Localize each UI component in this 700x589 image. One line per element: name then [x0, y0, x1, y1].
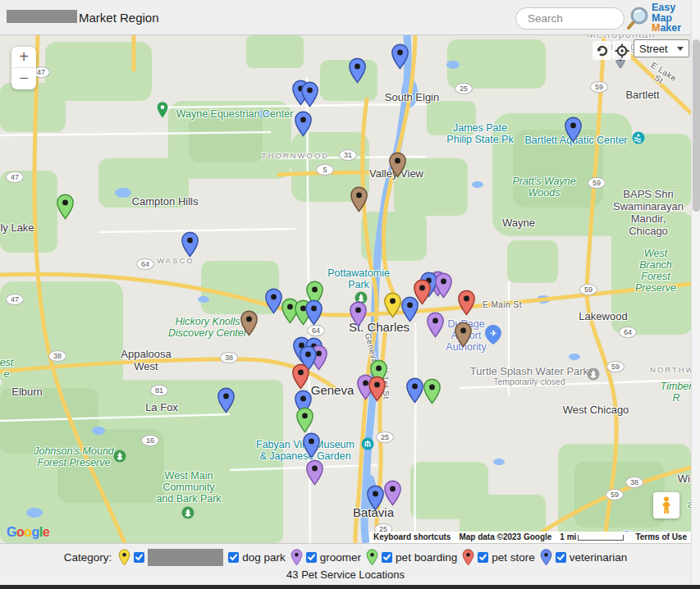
map-pin-blue[interactable] — [181, 231, 199, 261]
rotate-icon — [595, 43, 610, 58]
scale-control: 1 mi — [556, 532, 631, 543]
scrollbar-thumb[interactable] — [693, 39, 700, 212]
pegman-control[interactable] — [653, 492, 679, 518]
window-bottom-edge — [0, 585, 700, 589]
map-terrain — [0, 35, 691, 543]
map-pin-red[interactable] — [291, 363, 310, 393]
redacted-category-label — [148, 549, 223, 566]
category-legend: Category: dog parkgroomerpet boardingpet… — [0, 546, 691, 568]
search-icon[interactable] — [626, 5, 651, 34]
category-label: Category: — [64, 551, 112, 564]
map-pin-purple[interactable] — [349, 301, 368, 331]
yellow-pin-icon — [118, 549, 130, 566]
map-pin-blue[interactable] — [405, 377, 424, 407]
category-text-pet-store: pet store — [492, 551, 535, 564]
category-text-groomer: groomer — [320, 551, 361, 564]
map-pin-blue[interactable] — [217, 387, 236, 417]
location-count: 43 Pet Service Locations — [0, 568, 691, 581]
map-pin-blue[interactable] — [304, 299, 323, 329]
recenter-map-button[interactable] — [612, 41, 631, 60]
map-pin-red[interactable] — [457, 290, 476, 319]
map-pin-red[interactable] — [368, 376, 387, 405]
zoom-control: + − — [11, 47, 36, 89]
map-pin-brown[interactable] — [350, 186, 368, 216]
green-pin-icon — [366, 549, 378, 566]
map-pin-blue[interactable] — [300, 81, 319, 111]
map-type-value: Street — [639, 43, 668, 55]
map-pin-purple[interactable] — [383, 480, 402, 509]
terms-of-use-link[interactable]: Terms of Use — [631, 532, 691, 543]
category-item-pet-store: pet store — [462, 549, 535, 566]
category-text-dog-park: dog park — [242, 551, 286, 564]
footer: Category: dog parkgroomerpet boardingpet… — [0, 543, 691, 585]
map-pin-blue[interactable] — [366, 485, 385, 514]
map-pin-purple[interactable] — [434, 272, 453, 302]
category-text-pet-boarding: pet boarding — [396, 551, 457, 564]
target-icon — [615, 43, 629, 58]
map-pin-green[interactable] — [56, 194, 75, 223]
map-data-credit: Map data ©2023 Google — [455, 532, 556, 543]
zoom-in-button[interactable]: + — [11, 47, 36, 68]
category-text-veterinarian: veterinarian — [570, 551, 628, 564]
redacted-map-name — [7, 10, 77, 23]
map-pin-brown[interactable] — [454, 322, 473, 351]
rotate-map-button[interactable] — [592, 41, 611, 60]
easy-map-maker-app: Market Region Easy Map Maker — [0, 0, 700, 589]
map-type-select[interactable]: Street — [634, 39, 689, 57]
category-item-veterinarian: veterinarian — [540, 549, 628, 566]
page-title: Market Region — [79, 11, 159, 25]
easy-map-maker-logo[interactable]: Easy Map Maker — [652, 2, 681, 34]
map-pin-yellow[interactable] — [383, 292, 402, 322]
zoom-out-button[interactable]: − — [11, 68, 36, 89]
map-attribution: Keyboard shortcuts Map data ©2023 Google… — [369, 532, 691, 543]
purple-pin-icon — [291, 549, 303, 566]
logo-line-3: Maker — [652, 23, 681, 34]
category-checkbox-veterinarian[interactable] — [556, 552, 566, 563]
header: Market Region Easy Map Maker — [0, 0, 691, 35]
keyboard-shortcuts-button[interactable]: Keyboard shortcuts — [369, 532, 455, 543]
map-canvas[interactable]: Metropolitan ChicagoE Lake StSouth Elgin… — [0, 35, 691, 543]
logo-line-1: Easy — [652, 2, 681, 13]
pegman-icon — [660, 496, 673, 514]
map-pin-blue[interactable] — [302, 432, 321, 462]
scale-label: 1 mi — [560, 532, 576, 543]
map-pin-purple[interactable] — [426, 312, 445, 341]
map-pin-blue[interactable] — [564, 116, 583, 146]
map-pin-green[interactable] — [423, 378, 442, 408]
chevron-down-icon — [677, 47, 684, 51]
category-item-dog-park: dog park — [228, 551, 286, 564]
category-checkbox-groomer[interactable] — [306, 552, 317, 563]
category-checkbox-dog-park[interactable] — [228, 552, 239, 563]
category-item-redacted — [118, 549, 223, 566]
category-item-groomer: groomer — [291, 549, 361, 566]
map-pin-brown[interactable] — [240, 310, 258, 340]
map-pin-blue[interactable] — [391, 43, 409, 73]
red-pin-icon — [462, 549, 474, 566]
page-scrollbar — [691, 0, 700, 589]
scale-bar — [578, 535, 624, 541]
map-pin-blue[interactable] — [400, 296, 419, 326]
category-checkbox-pet-boarding[interactable] — [382, 552, 392, 563]
category-checkbox-pet-store[interactable] — [478, 552, 488, 563]
search-input[interactable] — [515, 7, 625, 30]
category-item-pet-boarding: pet boarding — [366, 549, 457, 566]
map-pin-purple[interactable] — [305, 459, 324, 489]
map-pin-blue[interactable] — [294, 111, 313, 140]
blue-pin-icon — [540, 549, 552, 566]
map-pin-blue[interactable] — [348, 57, 367, 87]
map-pin-brown[interactable] — [388, 152, 407, 181]
category-checkbox-redacted[interactable] — [134, 552, 144, 563]
